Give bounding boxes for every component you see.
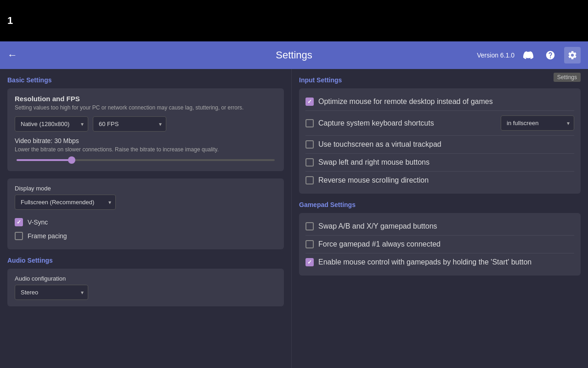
- force-gamepad-label[interactable]: Force gamepad #1 always connected: [318, 240, 441, 248]
- touchscreen-label[interactable]: Use touchscreen as a virtual trackpad: [318, 140, 441, 149]
- swap-mouse-label[interactable]: Swap left and right mouse buttons: [318, 158, 430, 167]
- bitrate-slider-container: [15, 157, 277, 165]
- bitrate-label: Video bitrate: 30 Mbps: [15, 137, 277, 144]
- swap-ab-label[interactable]: Swap A/B and X/Y gamepad buttons: [318, 222, 437, 230]
- top-bar-number: 1: [7, 15, 13, 27]
- display-mode-select[interactable]: Fullscreen (Recommended) Windowed Border…: [15, 195, 116, 210]
- frame-pacing-row: Frame pacing: [15, 229, 277, 243]
- bitrate-slider-thumb[interactable]: [68, 156, 75, 164]
- mouse-control-row: Enable mouse control with gamepads by ho…: [305, 253, 574, 271]
- swap-ab-checkbox[interactable]: [305, 222, 314, 230]
- optimize-mouse-label[interactable]: Optimize mouse for remote desktop instea…: [318, 98, 493, 106]
- force-gamepad-checkbox[interactable]: [305, 240, 314, 248]
- audio-config-card: Audio configuration Stereo Mono 5.1 Surr…: [7, 269, 284, 306]
- back-button[interactable]: ←: [7, 49, 17, 61]
- resolution-select[interactable]: Native (588x368) 1920x1080 1280x720 102…: [15, 116, 88, 132]
- page-title: Settings: [276, 49, 312, 61]
- gamepad-settings-title: Gamepad Settings: [299, 201, 581, 208]
- main-content: Basic Settings Resolution and FPS Settin…: [0, 69, 588, 368]
- optimize-mouse-checkbox[interactable]: [305, 98, 314, 106]
- frame-pacing-label[interactable]: Frame pacing: [28, 232, 67, 240]
- capture-keyboard-checkbox[interactable]: [305, 119, 314, 127]
- swap-mouse-checkbox[interactable]: [305, 158, 314, 167]
- display-mode-card: Display mode Fullscreen (Recommended) Wi…: [7, 178, 284, 249]
- help-icon-button[interactable]: [542, 47, 559, 63]
- keyboard-mode-select[interactable]: in fullscreen always never: [501, 115, 574, 131]
- left-panel: Basic Settings Resolution and FPS Settin…: [0, 69, 292, 368]
- mouse-control-label[interactable]: Enable mouse control with gamepads by ho…: [318, 258, 531, 266]
- gamepad-settings-card: Swap A/B and X/Y gamepad buttons Force g…: [299, 213, 581, 276]
- audio-settings-title: Audio Settings: [7, 257, 284, 264]
- bitrate-hint: Lower the bitrate on slower connections.…: [15, 146, 277, 153]
- resolution-select-wrapper: Native (588x368) 1920x1080 1280x720 102…: [15, 116, 88, 132]
- header: ← Settings Version 6.1.0: [0, 41, 588, 69]
- swap-mouse-row: Swap left and right mouse buttons: [305, 154, 574, 172]
- audio-config-select-wrapper: Stereo Mono 5.1 Surround 7.1 Surround ▾: [15, 285, 88, 300]
- reverse-scroll-row: Reverse mouse scrolling direction: [305, 172, 574, 189]
- fps-select[interactable]: 60 FPS 30 FPS 120 FPS: [93, 116, 166, 132]
- bitrate-slider-fill: [17, 159, 74, 161]
- reverse-scroll-label[interactable]: Reverse mouse scrolling direction: [318, 176, 429, 184]
- header-right: Version 6.1.0: [477, 47, 581, 63]
- audio-config-label: Audio configuration: [15, 275, 277, 282]
- audio-config-select[interactable]: Stereo Mono 5.1 Surround 7.1 Surround: [15, 285, 88, 300]
- basic-settings-title: Basic Settings: [7, 76, 284, 84]
- resolution-fps-title: Resolution and FPS: [15, 95, 277, 103]
- input-settings-title: Input Settings: [299, 76, 581, 84]
- vsync-label[interactable]: V-Sync: [28, 218, 48, 226]
- keyboard-mode-select-wrapper: in fullscreen always never ▾: [501, 115, 574, 131]
- input-settings-card: Optimize mouse for remote desktop instea…: [299, 88, 581, 194]
- capture-keyboard-label[interactable]: Capture system keyboard shortcuts: [318, 119, 434, 127]
- right-panel: Input Settings Settings Optimize mouse f…: [292, 69, 588, 368]
- settings-badge: Settings: [554, 73, 581, 82]
- capture-keyboard-row: Capture system keyboard shortcuts in ful…: [305, 111, 574, 136]
- vsync-row: V-Sync: [15, 215, 277, 229]
- frame-pacing-checkbox[interactable]: [15, 232, 23, 240]
- resolution-fps-subtitle: Setting values too high for your PC or n…: [15, 104, 277, 111]
- discord-icon-button[interactable]: [520, 47, 537, 63]
- settings-icon-button[interactable]: [564, 47, 581, 63]
- fps-select-wrapper: 60 FPS 30 FPS 120 FPS ▾: [93, 116, 166, 132]
- optimize-mouse-row: Optimize mouse for remote desktop instea…: [305, 93, 574, 111]
- touchscreen-row: Use touchscreen as a virtual trackpad: [305, 136, 574, 154]
- resolution-fps-controls: Native (588x368) 1920x1080 1280x720 102…: [15, 116, 277, 132]
- force-gamepad-row: Force gamepad #1 always connected: [305, 236, 574, 253]
- top-bar: 1: [0, 0, 588, 41]
- display-mode-select-wrapper: Fullscreen (Recommended) Windowed Border…: [15, 195, 116, 210]
- reverse-scroll-checkbox[interactable]: [305, 176, 314, 184]
- display-mode-label: Display mode: [15, 185, 277, 192]
- swap-ab-row: Swap A/B and X/Y gamepad buttons: [305, 218, 574, 236]
- touchscreen-checkbox[interactable]: [305, 140, 314, 149]
- vsync-checkbox[interactable]: [15, 218, 23, 226]
- mouse-control-checkbox[interactable]: [305, 258, 314, 266]
- bitrate-slider-track: [17, 159, 275, 161]
- version-label: Version 6.1.0: [477, 52, 514, 59]
- resolution-fps-card: Resolution and FPS Setting values too hi…: [7, 88, 284, 171]
